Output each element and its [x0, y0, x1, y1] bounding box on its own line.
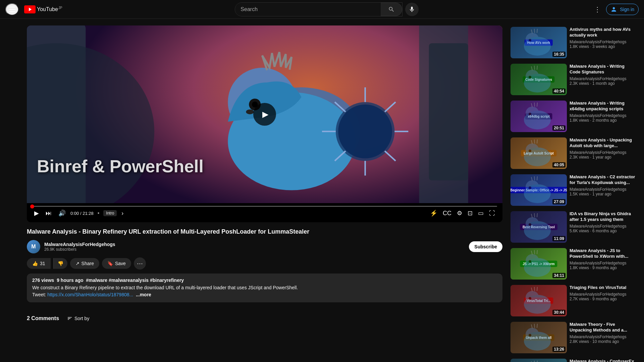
sidebar-video-meta: 5.6K views · 6 months ago — [570, 229, 636, 233]
sidebar-video-item[interactable]: Large AutoIt Script 40:05 Malware Analys… — [509, 136, 637, 170]
next-chapter-button[interactable]: › — [119, 208, 125, 218]
sidebar-video-item[interactable]: .NET Deobfuscation 17:35 Malware Analysi… — [509, 357, 637, 362]
subtitles-button[interactable]: CC — [441, 208, 453, 218]
voice-search-button[interactable] — [405, 3, 419, 16]
sidebar-video-title: Triaging Files on VirusTotal — [570, 285, 636, 291]
svg-line-60 — [534, 213, 535, 217]
video-thumbnail[interactable]: Binref & PowerShell — [27, 25, 502, 203]
svg-point-83 — [529, 334, 531, 337]
time-display: 0:00 / 21:28 — [70, 211, 94, 216]
sidebar-video-wrapper: How AVs work 16:35 Antivirus myths and h… — [509, 25, 637, 60]
description-more-button[interactable]: ...more — [136, 292, 151, 297]
sidebar-video-item[interactable]: Code Signatures 40:54 Malware Analysis -… — [509, 62, 637, 97]
sort-button[interactable]: Sort by — [64, 313, 92, 324]
thumbnail-duration: 11:09 — [552, 236, 566, 241]
sidebar-video-meta: 2.8K views · 10 months ago — [570, 339, 636, 344]
sidebar-video-meta: 2.3K views · 1 year ago — [570, 155, 636, 160]
youtube-logo-text: YouTubeJP — [37, 6, 62, 12]
volume-button[interactable]: 🔊 — [56, 208, 68, 218]
chapter-badge[interactable]: Intro — [103, 210, 117, 216]
sidebar-video-meta: 1.8K views · 3 weeks ago — [570, 44, 636, 49]
sidebar-video-wrapper: Beginner Sample: Office -> JS -> JS 27:0… — [509, 173, 637, 207]
channel-row: M MalwareAnalysisForHedgehogs 26.9K subs… — [27, 240, 502, 253]
comments-count: 2 Comments — [27, 315, 59, 321]
like-icon: 👍 — [32, 261, 38, 266]
sidebar-video-item[interactable]: Best Reversing Tool 11:09 IDA vs Binary … — [509, 210, 637, 244]
microphone-icon — [409, 6, 415, 13]
svg-point-58 — [524, 221, 551, 240]
sidebar-thumbnail: VirusTotal Tri... 30:44 — [511, 285, 567, 316]
miniplayer-button[interactable]: ⊡ — [466, 208, 475, 218]
svg-line-75 — [537, 287, 537, 291]
video-progress-bar[interactable] — [32, 206, 497, 207]
fullscreen-button[interactable]: ⛶ — [487, 208, 497, 218]
sidebar-video-wrapper: x64dbg script 20:51 Malware Analysis - W… — [509, 99, 637, 133]
dislike-button[interactable]: 👎 — [53, 258, 67, 269]
sidebar-video-channel: MalwareAnalysisForHedgehogs — [570, 292, 636, 297]
sidebar-video-title: Malware Analysis - Writing Code Signatur… — [570, 64, 636, 75]
thumbnail-hedgehog — [511, 359, 567, 362]
svg-line-82 — [537, 324, 537, 328]
like-button[interactable]: 👍 31 — [27, 258, 51, 269]
sidebar-video-item[interactable]: Unpack them all 13:26 Malware Theory - F… — [509, 320, 637, 355]
sign-in-button[interactable]: Sign in — [606, 4, 639, 15]
sidebar-video-meta: 1.8K views · 2 months ago — [570, 118, 636, 123]
sidebar-video-channel: MalwareAnalysisForHedgehogs — [570, 113, 636, 118]
search-button[interactable] — [381, 3, 402, 16]
search-icon — [388, 6, 395, 13]
svg-line-46 — [534, 139, 535, 143]
save-icon: 🔖 — [107, 261, 113, 266]
theater-button[interactable]: ▭ — [476, 208, 486, 218]
share-button[interactable]: ↗ Share — [70, 258, 99, 269]
save-button[interactable]: 🔖 Save — [102, 258, 131, 269]
video-title-overlay: Binref & PowerShell — [27, 149, 502, 183]
search-input[interactable] — [235, 3, 381, 16]
sidebar-video-info: Antivirus myths and how AVs actually wor… — [570, 27, 636, 58]
sidebar-video-item[interactable]: Beginner Sample: Office -> JS -> JS 27:0… — [509, 173, 637, 207]
more-actions-button[interactable]: ⋯ — [134, 257, 146, 269]
description-stats: 276 views 9 hours ago #malware #malwarea… — [32, 278, 497, 283]
sidebar-video-title: Malware Analysis - Writing x64dbg unpack… — [570, 101, 636, 112]
sidebar-video-wrapper: .NET Deobfuscation 17:35 Malware Analysi… — [509, 357, 637, 362]
search-bar — [235, 2, 402, 16]
subscribe-button[interactable]: Subscribe — [469, 241, 502, 252]
svg-point-41 — [529, 113, 531, 115]
channel-name[interactable]: MalwareAnalysisForHedgehogs — [44, 242, 465, 247]
youtube-logo[interactable]: YouTubeJP — [24, 5, 62, 13]
svg-point-23 — [524, 37, 551, 56]
autoplay-toggle[interactable]: ⚡ — [428, 208, 439, 218]
sidebar-video-item[interactable]: x64dbg script 20:51 Malware Analysis - W… — [509, 99, 637, 133]
share-icon: ↗ — [75, 261, 79, 266]
sidebar-video-wrapper: Best Reversing Tool 11:09 IDA vs Binary … — [509, 210, 637, 244]
video-player: Binref & PowerShell ▶ ⏭ 🔊 0:00 / 21:28 — [27, 25, 502, 222]
hamburger-menu-button[interactable] — [5, 3, 19, 15]
svg-point-51 — [524, 184, 551, 203]
tweet-label: Tweet: — [32, 292, 47, 297]
more-options-button[interactable]: ⋮ — [591, 3, 603, 16]
svg-line-32 — [534, 66, 535, 70]
sidebar-video-channel: MalwareAnalysisForHedgehogs — [570, 76, 636, 81]
sidebar-video-info: Malware Analysis - C2 extractor for Turl… — [570, 174, 636, 206]
svg-point-48 — [529, 149, 531, 152]
svg-line-61 — [537, 213, 537, 217]
main-content: Binref & PowerShell ▶ ⏭ 🔊 0:00 / 21:28 — [0, 19, 644, 362]
youtube-logo-icon — [24, 5, 36, 13]
channel-avatar[interactable]: M — [27, 240, 40, 253]
description-box: 276 views 9 hours ago #malware #malwarea… — [27, 274, 502, 302]
thumbnail-duration: 27:09 — [552, 199, 566, 204]
video-progress-dot — [30, 204, 34, 208]
sidebar-video-item[interactable]: JS -> PS1 -> XWorm 34:11 Malware Analysi… — [509, 247, 637, 281]
svg-line-39 — [534, 103, 535, 107]
settings-button[interactable]: ⚙ — [455, 208, 464, 218]
svg-point-27 — [529, 39, 531, 42]
play-button-overlay[interactable] — [253, 103, 276, 126]
tweet-link[interactable]: https://x.com/ShanHolo/status/1879808... — [47, 292, 133, 297]
sidebar-video-item[interactable]: How AVs work 16:35 Antivirus myths and h… — [509, 25, 637, 60]
sidebar-video-info: IDA vs Binary Ninja vs Ghidra after 1.5 … — [570, 211, 636, 243]
sidebar-video-item[interactable]: VirusTotal Tri... 30:44 Triaging Files o… — [509, 284, 637, 318]
thumbnail-duration: 34:11 — [552, 273, 566, 278]
svg-line-53 — [534, 176, 535, 180]
next-button[interactable]: ⏭ — [44, 208, 54, 218]
thumbnail-duration: 40:05 — [552, 162, 566, 168]
play-pause-button[interactable]: ▶ — [32, 208, 41, 218]
